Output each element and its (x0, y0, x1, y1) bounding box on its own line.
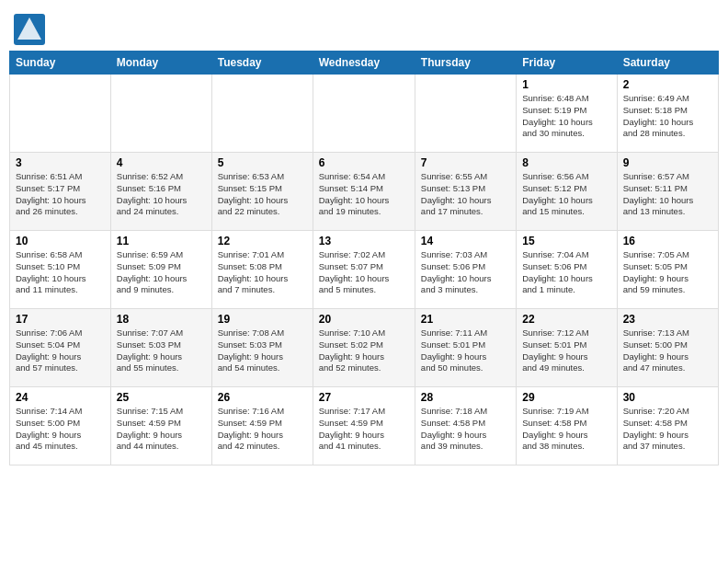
weekday-header: Saturday (617, 52, 718, 75)
calendar-cell: 27Sunrise: 7:17 AM Sunset: 4:59 PM Dayli… (313, 387, 415, 465)
calendar-cell: 9Sunrise: 6:57 AM Sunset: 5:11 PM Daylig… (617, 153, 718, 231)
calendar-cell: 19Sunrise: 7:08 AM Sunset: 5:03 PM Dayli… (211, 309, 313, 387)
day-info: Sunrise: 7:17 AM Sunset: 4:59 PM Dayligh… (319, 406, 409, 453)
day-number: 11 (117, 235, 206, 247)
calendar-cell: 28Sunrise: 7:18 AM Sunset: 4:58 PM Dayli… (415, 387, 516, 465)
day-number: 15 (522, 235, 610, 247)
calendar-cell: 10Sunrise: 6:58 AM Sunset: 5:10 PM Dayli… (10, 231, 111, 309)
calendar-week-row: 10Sunrise: 6:58 AM Sunset: 5:10 PM Dayli… (10, 231, 719, 309)
weekday-header: Wednesday (313, 52, 415, 75)
day-number: 2 (623, 78, 712, 91)
weekday-header: Monday (110, 52, 211, 75)
day-number: 10 (16, 235, 105, 247)
calendar-cell: 23Sunrise: 7:13 AM Sunset: 5:00 PM Dayli… (617, 309, 718, 387)
calendar-cell: 8Sunrise: 6:56 AM Sunset: 5:12 PM Daylig… (517, 153, 617, 231)
day-info: Sunrise: 6:55 AM Sunset: 5:13 PM Dayligh… (421, 171, 510, 218)
calendar-cell: 24Sunrise: 7:14 AM Sunset: 5:00 PM Dayli… (10, 387, 111, 465)
day-info: Sunrise: 7:14 AM Sunset: 5:00 PM Dayligh… (16, 406, 105, 453)
day-info: Sunrise: 6:54 AM Sunset: 5:14 PM Dayligh… (319, 171, 409, 218)
weekday-header: Tuesday (211, 52, 313, 75)
weekday-header: Friday (517, 52, 617, 75)
logo (14, 14, 45, 41)
calendar-week-row: 3Sunrise: 6:51 AM Sunset: 5:17 PM Daylig… (10, 153, 719, 231)
calendar-header-row: SundayMondayTuesdayWednesdayThursdayFrid… (10, 52, 719, 75)
calendar-cell: 18Sunrise: 7:07 AM Sunset: 5:03 PM Dayli… (110, 309, 211, 387)
calendar-week-row: 17Sunrise: 7:06 AM Sunset: 5:04 PM Dayli… (10, 309, 719, 387)
calendar-cell: 3Sunrise: 6:51 AM Sunset: 5:17 PM Daylig… (10, 153, 111, 231)
logo-icon (14, 14, 41, 41)
day-info: Sunrise: 6:53 AM Sunset: 5:15 PM Dayligh… (218, 171, 307, 218)
day-number: 4 (117, 156, 206, 169)
calendar-cell: 7Sunrise: 6:55 AM Sunset: 5:13 PM Daylig… (415, 153, 516, 231)
day-number: 17 (16, 313, 105, 326)
day-number: 14 (421, 235, 510, 247)
calendar-cell: 17Sunrise: 7:06 AM Sunset: 5:04 PM Dayli… (10, 309, 111, 387)
calendar-cell: 12Sunrise: 7:01 AM Sunset: 5:08 PM Dayli… (211, 231, 313, 309)
calendar-week-row: 1Sunrise: 6:48 AM Sunset: 5:19 PM Daylig… (10, 75, 719, 153)
day-info: Sunrise: 7:05 AM Sunset: 5:05 PM Dayligh… (623, 249, 712, 296)
day-number: 12 (218, 235, 307, 247)
calendar-cell: 15Sunrise: 7:04 AM Sunset: 5:06 PM Dayli… (517, 231, 617, 309)
calendar-cell: 29Sunrise: 7:19 AM Sunset: 4:58 PM Dayli… (517, 387, 617, 465)
day-info: Sunrise: 7:15 AM Sunset: 4:59 PM Dayligh… (117, 406, 206, 453)
day-info: Sunrise: 6:52 AM Sunset: 5:16 PM Dayligh… (117, 171, 206, 218)
day-number: 5 (218, 156, 307, 169)
day-info: Sunrise: 7:11 AM Sunset: 5:01 PM Dayligh… (421, 327, 510, 374)
day-info: Sunrise: 7:20 AM Sunset: 4:58 PM Dayligh… (623, 406, 712, 453)
day-info: Sunrise: 6:56 AM Sunset: 5:12 PM Dayligh… (522, 171, 610, 218)
day-info: Sunrise: 7:01 AM Sunset: 5:08 PM Dayligh… (218, 249, 307, 296)
day-info: Sunrise: 7:08 AM Sunset: 5:03 PM Dayligh… (218, 327, 307, 374)
day-number: 3 (16, 156, 105, 169)
weekday-header: Sunday (10, 52, 111, 75)
day-number: 27 (319, 391, 409, 404)
calendar-cell: 30Sunrise: 7:20 AM Sunset: 4:58 PM Dayli… (617, 387, 718, 465)
day-number: 30 (623, 391, 712, 404)
day-info: Sunrise: 6:48 AM Sunset: 5:19 PM Dayligh… (522, 93, 610, 140)
day-number: 21 (421, 313, 510, 326)
day-info: Sunrise: 7:18 AM Sunset: 4:58 PM Dayligh… (421, 406, 510, 453)
day-number: 18 (117, 313, 206, 326)
day-info: Sunrise: 7:07 AM Sunset: 5:03 PM Dayligh… (117, 327, 206, 374)
day-number: 13 (319, 235, 409, 247)
calendar-cell (313, 75, 415, 153)
page-header (9, 9, 719, 41)
calendar-cell: 21Sunrise: 7:11 AM Sunset: 5:01 PM Dayli… (415, 309, 516, 387)
calendar-cell: 5Sunrise: 6:53 AM Sunset: 5:15 PM Daylig… (211, 153, 313, 231)
calendar-cell: 22Sunrise: 7:12 AM Sunset: 5:01 PM Dayli… (517, 309, 617, 387)
day-number: 1 (522, 78, 610, 91)
weekday-header: Thursday (415, 52, 516, 75)
day-number: 7 (421, 156, 510, 169)
calendar-cell: 25Sunrise: 7:15 AM Sunset: 4:59 PM Dayli… (110, 387, 211, 465)
calendar-cell: 2Sunrise: 6:49 AM Sunset: 5:18 PM Daylig… (617, 75, 718, 153)
day-number: 19 (218, 313, 307, 326)
day-number: 8 (522, 156, 610, 169)
day-info: Sunrise: 6:51 AM Sunset: 5:17 PM Dayligh… (16, 171, 105, 218)
day-info: Sunrise: 7:02 AM Sunset: 5:07 PM Dayligh… (319, 249, 409, 296)
day-number: 16 (623, 235, 712, 247)
day-number: 23 (623, 313, 712, 326)
day-info: Sunrise: 7:19 AM Sunset: 4:58 PM Dayligh… (522, 406, 610, 453)
calendar-cell: 13Sunrise: 7:02 AM Sunset: 5:07 PM Dayli… (313, 231, 415, 309)
calendar-cell (211, 75, 313, 153)
calendar-cell: 14Sunrise: 7:03 AM Sunset: 5:06 PM Dayli… (415, 231, 516, 309)
day-number: 26 (218, 391, 307, 404)
day-info: Sunrise: 6:57 AM Sunset: 5:11 PM Dayligh… (623, 171, 712, 218)
day-number: 24 (16, 391, 105, 404)
day-info: Sunrise: 7:16 AM Sunset: 4:59 PM Dayligh… (218, 406, 307, 453)
calendar-cell: 6Sunrise: 6:54 AM Sunset: 5:14 PM Daylig… (313, 153, 415, 231)
day-info: Sunrise: 6:49 AM Sunset: 5:18 PM Dayligh… (623, 93, 712, 140)
day-info: Sunrise: 7:12 AM Sunset: 5:01 PM Dayligh… (522, 327, 610, 374)
day-number: 6 (319, 156, 409, 169)
day-number: 22 (522, 313, 610, 326)
calendar-cell: 1Sunrise: 6:48 AM Sunset: 5:19 PM Daylig… (517, 75, 617, 153)
calendar-cell: 20Sunrise: 7:10 AM Sunset: 5:02 PM Dayli… (313, 309, 415, 387)
day-info: Sunrise: 7:04 AM Sunset: 5:06 PM Dayligh… (522, 249, 610, 296)
day-number: 25 (117, 391, 206, 404)
day-number: 28 (421, 391, 510, 404)
calendar-table: SundayMondayTuesdayWednesdayThursdayFrid… (9, 51, 719, 465)
calendar-cell (110, 75, 211, 153)
calendar-cell: 26Sunrise: 7:16 AM Sunset: 4:59 PM Dayli… (211, 387, 313, 465)
day-info: Sunrise: 7:10 AM Sunset: 5:02 PM Dayligh… (319, 327, 409, 374)
day-info: Sunrise: 7:06 AM Sunset: 5:04 PM Dayligh… (16, 327, 105, 374)
calendar-cell: 11Sunrise: 6:59 AM Sunset: 5:09 PM Dayli… (110, 231, 211, 309)
